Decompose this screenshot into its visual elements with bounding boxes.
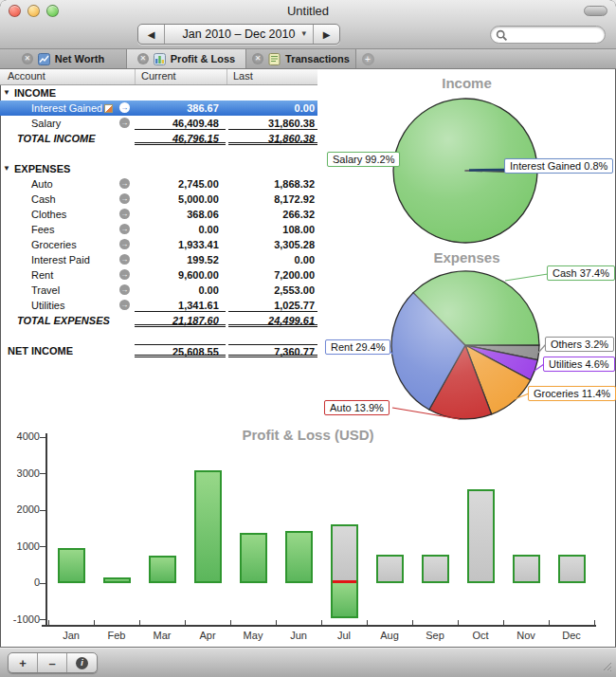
search-icon <box>496 29 508 42</box>
close-tab-icon[interactable]: ✕ <box>137 53 149 64</box>
table-row[interactable]: Interest Paid→199.520.00 <box>0 252 317 267</box>
last-value: 3,305.28 <box>228 238 317 251</box>
last-value: 7,360.77 <box>228 344 317 357</box>
last-value: 24,499.61 <box>228 314 317 327</box>
last-value: 0.00 <box>228 101 317 115</box>
current-value: 1,341.61 <box>135 299 226 312</box>
drilldown-arrow-button[interactable]: → <box>119 102 130 113</box>
x-tick-label: Oct <box>458 630 503 641</box>
drilldown-arrow-button[interactable]: → <box>119 193 130 204</box>
table-row: TOTAL EXPENSES21,187.6024,499.61 <box>0 313 317 328</box>
drilldown-arrow-button[interactable]: → <box>119 178 130 189</box>
account-cell: TOTAL INCOME <box>0 131 135 146</box>
add-tab-button[interactable]: + <box>356 49 379 68</box>
drilldown-arrow-button[interactable]: → <box>119 224 130 234</box>
account-label: NET INCOME <box>8 345 73 357</box>
y-tick-label: 4000 <box>0 430 40 442</box>
disclosure-triangle-icon[interactable]: ▼ <box>3 164 10 173</box>
account-label: Rent <box>31 269 53 281</box>
table-row[interactable]: Auto→2,745.001,868.32 <box>0 176 317 192</box>
account-cell: Rent→ <box>0 267 135 283</box>
last-value <box>228 86 317 100</box>
search-input[interactable] <box>510 27 601 42</box>
account-cell: Interest Gained→ <box>0 101 135 116</box>
pie-label-salary: Salary 99.2% <box>327 152 400 167</box>
x-tick-mark <box>594 620 595 625</box>
leader-line-interest-gained <box>469 170 507 171</box>
net-worth-chart-icon <box>38 53 50 65</box>
info-button[interactable]: i <box>67 653 97 672</box>
tab-profit-loss[interactable]: ✕ Profit & Loss <box>127 49 246 68</box>
bar-feb <box>103 577 131 583</box>
table-row[interactable]: Salary→46,409.4831,860.38 <box>0 116 317 131</box>
y-tick-mark <box>40 546 46 547</box>
column-header-last[interactable]: Last <box>227 69 317 84</box>
tab-net-worth[interactable]: ✕ Net Worth <box>0 49 127 68</box>
toolbar-toggle-button[interactable] <box>584 6 607 16</box>
window-title: Untitled <box>0 4 616 18</box>
x-tick-mark <box>48 620 49 625</box>
bar-jan <box>58 548 85 583</box>
profit-loss-chart-icon <box>154 53 166 65</box>
drilldown-arrow-button[interactable]: → <box>119 300 130 310</box>
previous-period-button[interactable]: ◀ <box>138 25 164 44</box>
account-table-body: ▼INCOMEInterest Gained→386.670.00Salary→… <box>0 85 317 358</box>
drilldown-arrow-button[interactable]: → <box>119 239 130 249</box>
account-label: EXPENSES <box>14 163 70 174</box>
tab-label: Net Worth <box>55 53 104 64</box>
bar-segment-actual <box>333 583 356 616</box>
tab-transactions[interactable]: ✕ Transactions <box>246 49 356 68</box>
bar-oct <box>467 489 495 583</box>
bar-plot: 40003000200010000-1000JanFebMarAprMayJun… <box>0 422 616 647</box>
table-row[interactable]: Clothes→368.06266.32 <box>0 207 317 222</box>
column-header-account[interactable]: Account <box>0 69 136 84</box>
table-row[interactable]: Rent→9,600.007,200.00 <box>0 267 317 283</box>
x-tick-label: Mar <box>139 630 185 641</box>
remove-account-button[interactable]: – <box>38 653 67 672</box>
info-icon: i <box>76 657 88 669</box>
x-tick-label: Apr <box>185 630 230 641</box>
x-axis <box>42 625 596 627</box>
table-row[interactable]: Travel→0.002,553.00 <box>0 283 317 298</box>
next-period-button[interactable]: ▶ <box>314 25 339 44</box>
pie-label-utilities: Utilities 4.6% <box>543 357 615 372</box>
account-label: Utilities <box>31 300 64 311</box>
pie-label-others: Others 3.2% <box>545 337 614 352</box>
table-row[interactable]: Fees→0.00108.00 <box>0 222 317 237</box>
date-range-dropdown[interactable]: Jan 2010 – Dec 2010 ▾ <box>164 25 314 44</box>
table-row[interactable]: Utilities→1,341.611,025.77 <box>0 298 317 313</box>
account-label: Salary <box>31 118 61 129</box>
x-tick-label: May <box>230 630 276 641</box>
account-cell: NET INCOME <box>0 343 135 358</box>
drilldown-arrow-button[interactable]: → <box>119 209 130 219</box>
table-spacer <box>0 328 317 343</box>
resize-grip[interactable] <box>600 659 613 672</box>
account-label: Interest Gained <box>31 102 102 114</box>
column-header-current[interactable]: Current <box>136 69 227 84</box>
y-axis <box>45 433 47 627</box>
table-row[interactable]: Interest Gained→386.670.00 <box>0 101 317 116</box>
bar-segment-projected <box>333 526 356 580</box>
last-value: 31,860.38 <box>228 132 317 145</box>
account-cell: Groceries→ <box>0 237 135 252</box>
x-tick-mark <box>94 620 95 625</box>
account-label: Interest Paid <box>31 254 90 265</box>
disclosure-triangle-icon[interactable]: ▼ <box>3 88 10 97</box>
drilldown-arrow-button[interactable]: → <box>119 254 130 265</box>
table-row[interactable]: Cash→5,000.008,172.92 <box>0 192 317 207</box>
y-tick-label: 0 <box>0 576 40 588</box>
date-range-control: ◀ Jan 2010 – Dec 2010 ▾ ▶ <box>137 24 340 45</box>
close-tab-icon[interactable]: ✕ <box>252 53 263 64</box>
account-label: TOTAL INCOME <box>17 133 96 144</box>
drilldown-arrow-button[interactable]: → <box>119 284 130 295</box>
add-account-button[interactable]: + <box>9 653 38 672</box>
table-group-row: ▼EXPENSES <box>0 161 317 176</box>
x-tick-mark <box>367 620 368 625</box>
last-value: 31,860.38 <box>228 117 317 130</box>
pie-highlight-overlay <box>392 272 538 418</box>
table-row[interactable]: Groceries→1,933.413,305.28 <box>0 237 317 252</box>
drilldown-arrow-button[interactable]: → <box>119 118 130 128</box>
close-tab-icon[interactable]: ✕ <box>22 53 33 64</box>
drilldown-arrow-button[interactable]: → <box>119 269 130 280</box>
y-tick-mark <box>40 473 46 474</box>
